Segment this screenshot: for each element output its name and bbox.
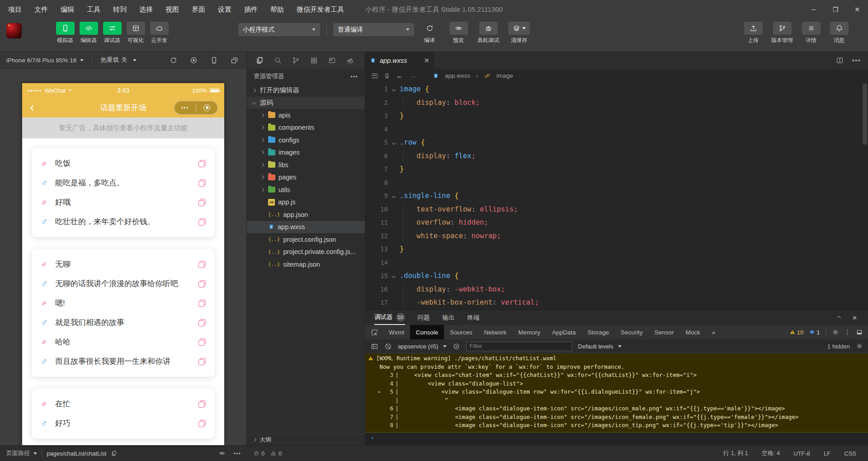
close-tab-icon[interactable]: ✕: [424, 56, 429, 65]
search-icon[interactable]: [274, 56, 282, 64]
fold-chevron-icon[interactable]: [388, 83, 400, 96]
menu-item-视图[interactable]: 视图: [165, 5, 179, 14]
window-layout-icon[interactable]: [328, 56, 336, 64]
tree-item-project.config.json[interactable]: {..}project.config.json: [247, 233, 365, 246]
fold-chevron-icon[interactable]: [388, 136, 400, 150]
live-expression-icon[interactable]: [453, 343, 460, 350]
console-warnings-badge[interactable]: 10: [790, 329, 803, 336]
container-icon[interactable]: [346, 56, 354, 64]
editor-more-icon[interactable]: •••: [852, 56, 861, 65]
more-actions-icon[interactable]: •••: [350, 73, 358, 80]
详情-button[interactable]: [802, 22, 821, 35]
close-button[interactable]: ✕: [846, 6, 868, 13]
tree-item-app.json[interactable]: {..}app.json: [247, 208, 365, 221]
devtools-menu-icon[interactable]: ⋮: [844, 329, 851, 336]
tree-item-pages[interactable]: pages: [247, 171, 365, 184]
清缓存-button[interactable]: [508, 22, 530, 35]
menu-item-界面[interactable]: 界面: [192, 5, 205, 14]
预览-button[interactable]: [449, 22, 468, 35]
copy-message-icon[interactable]: [198, 400, 206, 408]
menu-item-设置[interactable]: 设置: [218, 5, 231, 14]
nav-back-icon[interactable]: ←: [396, 72, 403, 80]
debugger-tab-调试器[interactable]: 调试器10: [374, 310, 405, 325]
clear-console-icon[interactable]: [384, 343, 392, 350]
fold-chevron-icon[interactable]: [388, 269, 400, 283]
outline-section[interactable]: 大纲: [247, 434, 365, 445]
copy-message-icon[interactable]: [198, 199, 206, 206]
fold-chevron-icon[interactable]: [388, 189, 400, 203]
copy-message-icon[interactable]: [198, 358, 206, 365]
tree-item-sitemap.json[interactable]: {..}sitemap.json: [247, 258, 365, 271]
devtools-tab-Sources[interactable]: Sources: [444, 325, 478, 339]
log-levels-select[interactable]: Default levels: [578, 343, 622, 350]
tree-item-configs[interactable]: configs: [247, 134, 365, 146]
消息-button[interactable]: [830, 22, 849, 35]
copy-message-icon[interactable]: [198, 160, 206, 167]
devtools-tab-Console[interactable]: Console: [410, 325, 444, 339]
minimize-button[interactable]: ─: [803, 6, 825, 13]
mode-select[interactable]: 小程序模式: [238, 23, 320, 36]
tree-item-project.private.config.js...[interactable]: {..}project.private.config.js...: [247, 246, 365, 259]
back-icon[interactable]: [28, 104, 36, 112]
widgets-icon[interactable]: [310, 56, 318, 64]
devtools-tab-Mock[interactable]: Mock: [680, 325, 706, 339]
dock-side-icon[interactable]: [856, 329, 863, 335]
copy-message-icon[interactable]: [198, 179, 206, 187]
more-icon[interactable]: •••: [233, 450, 241, 457]
copy-message-icon[interactable]: [198, 218, 206, 226]
copy-message-icon[interactable]: [198, 280, 206, 287]
device-select[interactable]: iPhone 6/7/8 Plus 85% 16: [6, 57, 84, 64]
gear-icon[interactable]: [856, 343, 863, 349]
minimize-app-button[interactable]: [196, 104, 217, 111]
statusbar-item-LF[interactable]: LF: [824, 450, 830, 457]
eye-icon[interactable]: [219, 450, 225, 456]
tree-item-images[interactable]: images: [247, 146, 365, 159]
copy-message-icon[interactable]: [198, 300, 206, 307]
statusbar-item-空格: 4[interactable]: 空格: 4: [762, 449, 780, 457]
expand-arrow-icon[interactable]: ▸: [376, 388, 382, 396]
menu-item-工具[interactable]: 工具: [87, 5, 100, 14]
console-messages-badge[interactable]: 1: [809, 329, 820, 336]
menu-item-插件[interactable]: 插件: [244, 5, 258, 14]
breadcrumb-symbol[interactable]: image: [496, 72, 513, 79]
devtools-settings-icon[interactable]: [832, 329, 839, 335]
模拟器-button[interactable]: [56, 22, 75, 35]
devtools-tab-Storage[interactable]: Storage: [582, 325, 615, 339]
menu-item-选择[interactable]: 选择: [139, 5, 153, 14]
真机调试-button[interactable]: [479, 22, 498, 35]
menu-item-帮助[interactable]: 帮助: [270, 5, 284, 14]
refresh-icon[interactable]: [170, 56, 177, 64]
menu-item-转到[interactable]: 转到: [113, 5, 127, 14]
devtools-tab-Sensor[interactable]: Sensor: [649, 325, 680, 339]
nav-forward-icon[interactable]: →: [409, 72, 416, 80]
portrait-device-icon[interactable]: [210, 56, 218, 64]
maximize-button[interactable]: ❐: [825, 6, 846, 13]
breadcrumb-file[interactable]: app.wxss: [445, 72, 470, 79]
tree-item-libs[interactable]: libs: [247, 159, 365, 171]
rotate-device-icon[interactable]: [231, 56, 238, 64]
debugger-tab-终端[interactable]: 终端: [467, 310, 480, 325]
statusbar-item-行 1, 列 1[interactable]: 行 1, 列 1: [723, 449, 748, 457]
statusbar-item-UTF-8[interactable]: UTF-8: [793, 450, 810, 457]
devtools-tab-AppData[interactable]: AppData: [546, 325, 582, 339]
more-button[interactable]: •••: [175, 105, 196, 110]
可视化-button[interactable]: [127, 22, 145, 35]
menu-item-文件[interactable]: 文件: [34, 5, 48, 14]
copy-message-icon[interactable]: [198, 261, 206, 268]
tree-item-utils[interactable]: utils: [247, 183, 365, 196]
split-editor-icon[interactable]: [836, 56, 844, 64]
error-count[interactable]: 0: [254, 450, 264, 457]
warning-count[interactable]: 0: [271, 450, 282, 457]
statusbar-item-CSS[interactable]: CSS: [844, 450, 856, 457]
devtools-tab-Memory[interactable]: Memory: [512, 325, 546, 339]
compile-select[interactable]: 普通编译: [333, 23, 414, 36]
source-control-icon[interactable]: [292, 56, 300, 64]
copy-message-icon[interactable]: [198, 319, 206, 326]
tree-item-app.js[interactable]: JSapp.js: [247, 196, 365, 209]
tree-item-apis[interactable]: apis: [247, 109, 365, 122]
devtools-tabs-overflow[interactable]: »: [706, 325, 722, 339]
page-path-select[interactable]: 页面路径: [6, 449, 37, 457]
tab-app-wxss[interactable]: app.wxss ✕: [365, 52, 434, 69]
hot-reload-toggle[interactable]: 热重载 关: [100, 56, 137, 64]
copy-message-icon[interactable]: [198, 420, 206, 427]
